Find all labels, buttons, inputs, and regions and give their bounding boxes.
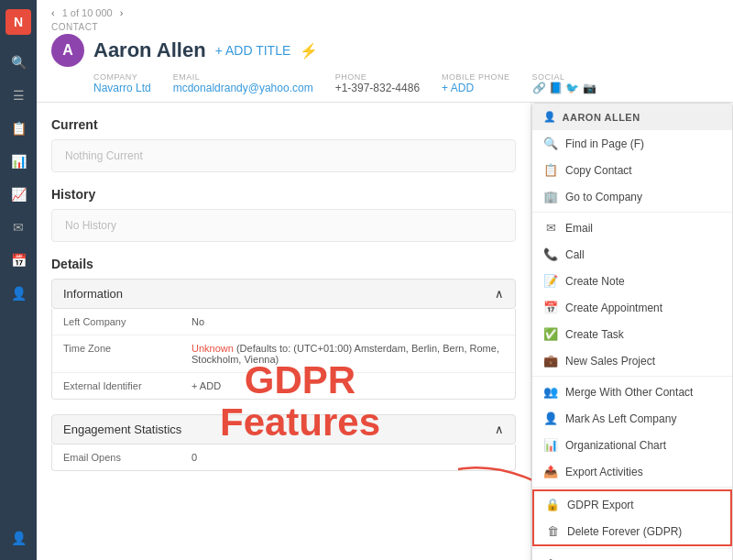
engagement-header[interactable]: Engagement Statistics ∧: [51, 414, 516, 445]
avatar: A: [51, 34, 84, 67]
email-opens-value: 0: [191, 452, 197, 463]
timezone-row: Time Zone Unknown (Defaults to: (UTC+01:…: [52, 335, 515, 373]
meta-company: COMPANY Navarro Ltd: [93, 72, 151, 94]
email-value[interactable]: mcdonaldrandy@yahoo.com: [173, 82, 313, 94]
menu-gdpr-export-label: GDPR Export: [567, 499, 634, 511]
contact-name: Aaron Allen: [93, 38, 206, 62]
sidebar-icon-chart[interactable]: 📊: [5, 148, 31, 174]
header-nav: ‹ 1 of 10 000 ›: [51, 7, 718, 18]
header-main: A Aaron Allen + ADD TITLE ⚡: [51, 34, 718, 67]
appointment-icon: 📅: [543, 301, 558, 314]
header: ‹ 1 of 10 000 › CONTACT A Aaron Allen + …: [37, 0, 733, 103]
body-area: Current Nothing Current History No Histo…: [37, 103, 733, 560]
menu-mark-left[interactable]: 👤 Mark As Left Company: [532, 405, 732, 432]
note-icon: 📝: [543, 274, 558, 288]
menu-create-note[interactable]: 📝 Create Note: [532, 268, 732, 294]
menu-merge-label: Merge With Other Contact: [565, 386, 693, 399]
menu-goto-company-label: Go to Company: [565, 191, 642, 203]
mobile-value[interactable]: + ADD: [442, 82, 510, 94]
sidebar-icon-graph[interactable]: 📈: [5, 181, 31, 207]
sidebar-icon-user[interactable]: 👤: [5, 280, 31, 306]
meta-email: EMAIL mcdonaldrandy@yahoo.com: [173, 72, 313, 94]
sidebar-icon-calendar[interactable]: 📅: [5, 247, 31, 273]
engagement-content: Email Opens 0: [51, 445, 516, 471]
task-icon: ✅: [543, 327, 558, 341]
information-label: Information: [63, 287, 123, 301]
org-icon: 📊: [543, 438, 558, 452]
find-icon: 🔍: [543, 137, 558, 150]
menu-delete-gdpr-label: Delete Forever (GDPR): [567, 525, 682, 538]
sidebar-icon-search[interactable]: 🔍: [5, 49, 31, 75]
menu-create-task[interactable]: ✅ Create Task: [532, 321, 732, 347]
menu-export[interactable]: 📤 Export Activities: [532, 458, 732, 485]
menu-email[interactable]: ✉ Email: [532, 214, 732, 241]
company-value[interactable]: Navarro Ltd: [93, 82, 151, 94]
add-title-button[interactable]: + ADD TITLE: [215, 43, 291, 58]
sidebar-icon-menu[interactable]: ☰: [5, 82, 31, 108]
context-menu-header: 👤 AARON ALLEN: [532, 104, 732, 130]
menu-org-chart[interactable]: 📊 Organizational Chart: [532, 432, 732, 458]
details-section: Information ∧ Left Company No Time Zone …: [51, 279, 516, 400]
email-icon: ✉: [543, 221, 558, 235]
menu-email-label: Email: [565, 222, 593, 235]
menu-create-note-label: Create Note: [565, 275, 625, 288]
menu-find[interactable]: 🔍 Find in Page (F): [532, 130, 732, 157]
menu-mark-left-label: Mark As Left Company: [565, 412, 676, 425]
nav-next[interactable]: ›: [120, 7, 124, 18]
sidebar-icon-profile[interactable]: 👤: [5, 525, 31, 551]
menu-new-sales-label: New Sales Project: [565, 355, 655, 368]
sidebar-icon-list[interactable]: 📋: [5, 115, 31, 141]
sidebar-icon-mail[interactable]: ✉: [5, 214, 31, 240]
menu-goto-company[interactable]: 🏢 Go to Company: [532, 183, 732, 210]
menu-call-label: Call: [565, 248, 585, 261]
meta-social: SOCIAL 🔗 📘 🐦 📷: [532, 72, 596, 94]
current-title: Current: [51, 117, 516, 132]
context-header-name: AARON ALLEN: [563, 112, 640, 123]
timezone-unknown: Unknown: [191, 343, 234, 354]
menu-divider-2: [532, 376, 732, 377]
social-icons: 🔗 📘 🐦 📷: [532, 82, 596, 94]
context-menu: 👤 AARON ALLEN 🔍 Find in Page (F) 📋 Copy …: [531, 103, 733, 560]
menu-delete-gdpr[interactable]: 🗑 Delete Forever (GDPR): [534, 518, 730, 544]
menu-new-sales[interactable]: 💼 New Sales Project: [532, 347, 732, 374]
sidebar: N 🔍 ☰ 📋 📊 📈 ✉ 📅 👤 👤: [0, 0, 37, 560]
copy-icon: 📋: [543, 163, 558, 177]
external-add[interactable]: + ADD: [191, 380, 221, 391]
menu-create-appointment[interactable]: 📅 Create Appointment: [532, 294, 732, 321]
timezone-default: (Defaults to: (UTC+01:00) Amsterdam, Ber…: [191, 343, 499, 365]
history-title: History: [51, 187, 516, 202]
gdpr-export-icon: 🔒: [545, 498, 560, 511]
menu-export-label: Export Activities: [565, 466, 643, 478]
external-row: External Identifier + ADD: [52, 373, 515, 399]
email-opens-label: Email Opens: [63, 452, 191, 463]
export-icon: 📤: [543, 465, 558, 478]
main-content: ‹ 1 of 10 000 › CONTACT A Aaron Allen + …: [37, 0, 733, 560]
meta-phone: PHONE +1-397-832-4486: [335, 72, 420, 94]
relative-container: Current Nothing Current History No Histo…: [37, 103, 733, 560]
left-company-value: No: [191, 316, 204, 327]
nav-prev[interactable]: ‹: [51, 7, 55, 18]
context-header-icon: 👤: [543, 111, 557, 123]
collapse-icon: ∧: [495, 287, 504, 301]
left-company-row: Left Company No: [52, 309, 515, 335]
menu-merge[interactable]: 👥 Merge With Other Contact: [532, 379, 732, 405]
information-header[interactable]: Information ∧: [51, 279, 516, 309]
timezone-label: Time Zone: [63, 343, 191, 354]
company-icon: 🏢: [543, 190, 558, 203]
phone-value[interactable]: +1-397-832-4486: [335, 82, 420, 94]
menu-find-label: Find in Page (F): [565, 137, 644, 150]
spark-icon: ⚡: [300, 42, 318, 60]
menu-copy[interactable]: 📋 Copy Contact: [532, 157, 732, 183]
menu-gdpr-export[interactable]: 🔒 GDPR Export: [534, 491, 730, 518]
external-label: External Identifier: [63, 380, 191, 391]
menu-create-appointment-label: Create Appointment: [565, 302, 662, 314]
email-opens-row: Email Opens 0: [52, 445, 515, 470]
menu-org-chart-label: Organizational Chart: [565, 439, 666, 452]
meta-mobile: MOBILE PHONE + ADD: [442, 72, 510, 94]
timezone-value: Unknown (Defaults to: (UTC+01:00) Amster…: [191, 343, 504, 365]
menu-delete[interactable]: 🗑 Delete: [532, 551, 732, 560]
contact-label: CONTACT: [51, 22, 718, 32]
details-content: Left Company No Time Zone Unknown (Defau…: [51, 309, 516, 400]
sidebar-logo[interactable]: N: [5, 9, 31, 35]
menu-call[interactable]: 📞 Call: [532, 241, 732, 268]
